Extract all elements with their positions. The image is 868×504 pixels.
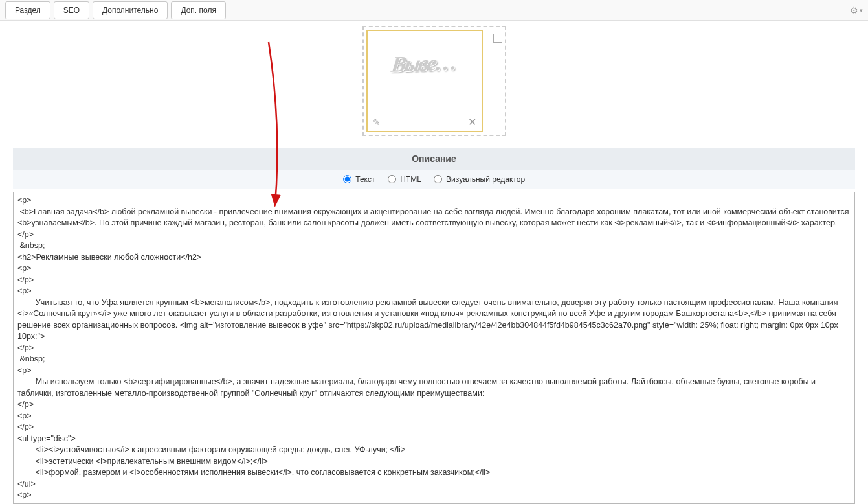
edit-image-icon[interactable]: ✎ [373, 117, 381, 128]
gear-icon: ⚙ [850, 5, 858, 16]
description-textarea[interactable] [13, 192, 855, 504]
tab-fields[interactable]: Доп. поля [171, 1, 226, 19]
tab-section[interactable]: Раздел [5, 1, 50, 19]
editor-mode-radio-row: Текст HTML Визуальный редактор [13, 170, 855, 189]
radio-text[interactable]: Текст [343, 175, 377, 184]
radio-visual-label: Визуальный редактор [446, 175, 525, 184]
image-upload-area: Выве… ✎ ✕ [13, 26, 855, 136]
tabs-row: Раздел SEO Дополнительно Доп. поля ⚙ ▾ [0, 0, 868, 21]
tab-extra[interactable]: Дополнительно [93, 1, 168, 19]
radio-visual-input[interactable] [434, 175, 442, 183]
image-preview: Выве… [368, 31, 482, 96]
radio-visual[interactable]: Визуальный редактор [434, 175, 525, 184]
tab-seo[interactable]: SEO [54, 1, 89, 19]
settings-gear[interactable]: ⚙ ▾ [850, 5, 863, 16]
chevron-down-icon: ▾ [860, 7, 863, 14]
radio-html[interactable]: HTML [388, 175, 423, 184]
radio-text-label: Текст [355, 175, 375, 184]
image-card[interactable]: Выве… ✎ ✕ [366, 30, 483, 132]
radio-html-input[interactable] [388, 175, 396, 183]
description-section-title: Описание [13, 148, 855, 170]
radio-html-label: HTML [400, 175, 421, 184]
remove-image-icon[interactable]: ✕ [468, 116, 476, 128]
image-placeholder-text: Выве… [390, 50, 458, 76]
radio-text-input[interactable] [343, 175, 351, 183]
image-checkbox[interactable] [493, 34, 502, 43]
